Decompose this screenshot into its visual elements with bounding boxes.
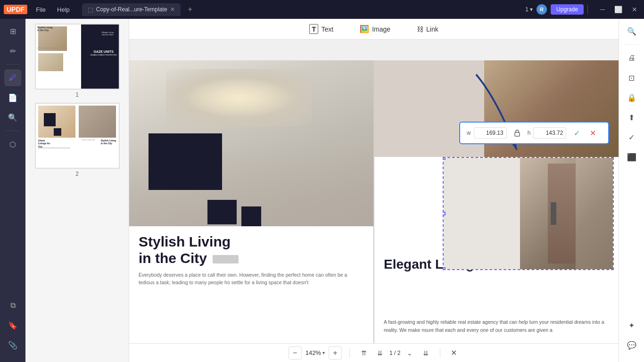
menu-file[interactable]: File: [31, 4, 50, 15]
thumbnail-2-image: UrbanLivings forYou Stylish Livingin the…: [35, 103, 120, 169]
new-tab-button[interactable]: +: [184, 3, 196, 16]
width-input[interactable]: [474, 127, 507, 139]
tab-close-button[interactable]: ✕: [170, 6, 175, 13]
page-spread: Stylish Living in the City Everybody des…: [129, 60, 619, 362]
sidebar-divider: [6, 64, 20, 65]
user-avatar: R: [537, 4, 547, 15]
link-icon: ⛓: [417, 25, 423, 33]
thumbnail-1-label: 1: [75, 91, 79, 98]
lock-icon[interactable]: [512, 127, 523, 139]
resize-handle-ml[interactable]: [443, 212, 446, 215]
active-tab[interactable]: ⬚ Copy-of-Real...ure-Template ✕: [82, 3, 181, 16]
close-window-button[interactable]: ✕: [629, 5, 640, 14]
thumbnail-page-1[interactable]: Stylish Livingin the City text text text…: [30, 24, 124, 98]
text-icon: T: [309, 24, 318, 34]
right-ocr-icon[interactable]: ⊡: [623, 69, 640, 86]
right-page-body: A fast-growing and highly reliable real …: [384, 318, 614, 334]
title-bar: UPDF File Help ⬚ Copy-of-Real...ure-Temp…: [0, 0, 644, 19]
right-share-icon[interactable]: ⬆: [623, 109, 640, 126]
tab-title: Copy-of-Real...ure-Template: [96, 6, 167, 13]
height-field: h: [528, 127, 567, 139]
right-search-icon[interactable]: 🔍: [623, 23, 640, 40]
main-layout: ⊞ ✏ 🖊 📄 🔍 ⬡ ⧉ 🔖 📎 Stylish Livingin the C…: [0, 19, 644, 362]
page-next-button[interactable]: ⌄: [403, 346, 416, 360]
page-info-display: 1 / 2: [389, 350, 400, 356]
image-content: [444, 158, 613, 269]
width-field: w: [467, 127, 507, 139]
right-panel: 🔍 🖨 ⊡ 🔒 ⬆ ✓ ⬛ ✦ 💬: [619, 19, 644, 362]
right-print-icon[interactable]: 🖨: [623, 49, 640, 66]
sidebar-icon-bookmark[interactable]: 🔖: [4, 317, 21, 334]
sidebar-divider-2: [6, 131, 20, 131]
right-protect-icon[interactable]: 🔒: [623, 89, 640, 106]
thumbnail-page-2[interactable]: UrbanLivings forYou Stylish Livingin the…: [30, 103, 124, 177]
sidebar-icon-annotate[interactable]: 🖊: [4, 69, 21, 86]
image-left-half: [444, 158, 520, 269]
content-area: Stylish Living in the City Everybody des…: [129, 60, 619, 362]
left-body-text: Everybody deserves a place to call their…: [139, 271, 364, 287]
thumbnail-1-image: Stylish Livingin the City text text text…: [35, 24, 120, 90]
sidebar-icon-search[interactable]: 🔍: [4, 109, 21, 126]
minimize-button[interactable]: ─: [597, 5, 608, 14]
left-heading: Stylish Living in the City: [139, 234, 364, 266]
left-page-text: Stylish Living in the City Everybody des…: [129, 226, 373, 294]
sidebar-icon-pages[interactable]: 📄: [4, 89, 21, 106]
menu-help[interactable]: Help: [52, 4, 74, 15]
sidebar-icon-attachment[interactable]: 📎: [4, 337, 21, 354]
left-page-image: [129, 60, 373, 226]
sidebar-icon-thumbnails[interactable]: ⊞: [4, 23, 21, 40]
close-nav-button[interactable]: ✕: [448, 347, 459, 359]
left-page: Stylish Living in the City Everybody des…: [129, 60, 374, 362]
dimension-panel: w h: [459, 122, 609, 144]
menu-bar: File Help: [31, 4, 74, 15]
page-prev-button[interactable]: ⇊: [373, 346, 387, 360]
sidebar-icon-form[interactable]: ⬡: [4, 136, 21, 153]
thumbnail-2-label: 2: [75, 171, 79, 177]
right-comment-icon[interactable]: 💬: [623, 337, 640, 354]
thumbnail-panel: Stylish Livingin the City text text text…: [25, 19, 129, 362]
zoom-in-button[interactable]: +: [329, 346, 342, 360]
resize-handle-tl[interactable]: [443, 157, 446, 160]
page-indicator: 1 ▾: [525, 6, 533, 13]
right-check-icon[interactable]: ✓: [623, 129, 640, 146]
svg-rect-1: [515, 132, 520, 136]
image-icon: 🖼️: [360, 25, 369, 33]
resize-handle-bl[interactable]: [443, 267, 446, 270]
page-first-button[interactable]: ⇈: [357, 346, 371, 360]
page-last-button[interactable]: ⇈: [419, 346, 432, 360]
height-input[interactable]: [533, 127, 566, 139]
zoom-value-display: 142% ▾: [305, 349, 325, 356]
zoom-out-button[interactable]: −: [289, 346, 302, 360]
right-redact-icon[interactable]: ⬛: [623, 148, 640, 165]
image-right-half: [520, 158, 613, 269]
sidebar-icon-layers[interactable]: ⧉: [4, 297, 21, 314]
page-navigation: ⇈ ⇊ 1 / 2 ⌄ ⇈: [357, 346, 432, 360]
status-bar: − 142% ▾ + ⇈ ⇊ 1 / 2 ⌄ ⇈: [129, 343, 619, 362]
link-tool-button[interactable]: ⛓ Link: [411, 23, 444, 36]
window-controls: ─ ⬜ ✕: [597, 5, 640, 14]
confirm-button[interactable]: ✓: [571, 127, 582, 139]
selected-image[interactable]: [443, 157, 614, 270]
upgrade-button[interactable]: Upgrade: [551, 4, 584, 15]
left-page-content: Stylish Living in the City Everybody des…: [129, 60, 373, 362]
top-toolbar: T Text 🖼️ Image ⛓ Link: [129, 19, 619, 40]
text-tool-button[interactable]: T Text: [304, 21, 339, 37]
height-label: h: [528, 130, 531, 136]
right-ai-icon[interactable]: ✦: [623, 317, 640, 334]
title-bar-right: 1 ▾ R Upgrade ─ ⬜ ✕: [525, 4, 640, 15]
cancel-button[interactable]: ✕: [587, 127, 598, 139]
left-sidebar: ⊞ ✏ 🖊 📄 🔍 ⬡ ⧉ 🔖 📎: [0, 19, 25, 362]
maximize-button[interactable]: ⬜: [611, 5, 625, 14]
right-page-content: w h: [374, 60, 619, 362]
width-label: w: [467, 130, 471, 136]
sidebar-icon-edit[interactable]: ✏: [4, 42, 21, 59]
image-tool-button[interactable]: 🖼️ Image: [354, 22, 396, 36]
right-page: w h: [374, 60, 619, 362]
app-logo: UPDF: [4, 5, 27, 14]
zoom-dropdown-button[interactable]: ▾: [322, 350, 325, 355]
